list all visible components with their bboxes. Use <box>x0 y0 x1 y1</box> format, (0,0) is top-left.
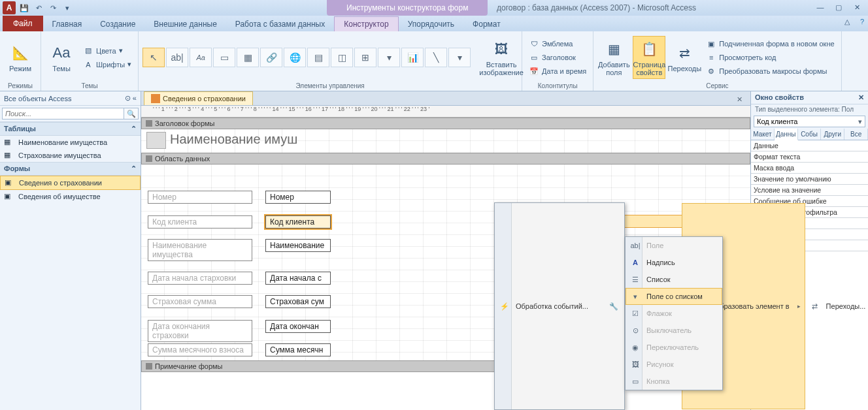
section-detail-bar[interactable]: Область данных <box>141 153 750 165</box>
nav-item-table[interactable]: ▦Наименование имущества <box>0 136 141 149</box>
property-sheet-button[interactable]: 📋Страница свойств <box>633 36 665 79</box>
close-tab-icon[interactable]: ✕ <box>733 94 746 105</box>
view-mode-button[interactable]: 📐 Режим <box>4 36 37 79</box>
fonts-button[interactable]: AШрифты ▾ <box>80 58 134 71</box>
prop-tab-all[interactable]: Все <box>844 129 868 140</box>
view-code-button[interactable]: ≡Просмотреть код <box>703 51 837 64</box>
convert-macros-button[interactable]: ⚙Преобразовать макросы формы <box>703 65 837 78</box>
field-label[interactable]: Номер <box>148 191 252 204</box>
file-tab[interactable]: Файл <box>3 16 43 31</box>
field-textbox[interactable]: Страховая сум <box>265 295 331 308</box>
tab-home[interactable]: Главная <box>43 17 92 31</box>
property-selector-combo[interactable]: Код клиента <box>754 116 865 127</box>
close-icon[interactable]: ✕ <box>848 1 865 13</box>
insert-image-button[interactable]: 🖼 Вставить изображение <box>485 36 518 79</box>
menu-tab-order[interactable]: ⇄Переходы... <box>805 203 868 409</box>
web-icon[interactable]: 🌐 <box>284 48 306 67</box>
line-icon[interactable]: ╲ <box>425 48 447 67</box>
controls-gallery[interactable]: ↖ ab| Aa ▭ ▦ 🔗 🌐 ▤ ◫ ⊞ ▾ 📊 ╲ ▾ <box>142 48 482 67</box>
tab-create[interactable]: Создание <box>91 17 144 31</box>
field-label[interactable]: Сумма месячного взноса <box>148 343 252 356</box>
help-icon[interactable]: ? <box>860 18 864 25</box>
hyperlink-icon[interactable]: 🔗 <box>260 48 282 67</box>
nav-header[interactable]: Все объекты Access ⊙ « <box>0 91 141 106</box>
field-textbox[interactable]: Наименование <box>265 239 331 252</box>
logo-button[interactable]: 🛡Эмблема <box>526 37 589 50</box>
tab-format[interactable]: Формат <box>463 17 510 31</box>
subform-button[interactable]: ▣Подчиненная форма в новом окне <box>703 37 837 50</box>
tab-arrange[interactable]: Упорядочить <box>399 17 463 31</box>
chart-icon[interactable]: 📊 <box>401 48 424 67</box>
submenu-toggle[interactable]: ⊙Выключатель <box>626 322 722 339</box>
option-group-icon[interactable]: ◫ <box>331 48 353 67</box>
field-textbox[interactable]: Номер <box>265 191 331 204</box>
minimize-icon[interactable]: — <box>812 1 829 13</box>
prop-row[interactable]: Значение по умолчанию <box>751 174 868 185</box>
field-label[interactable]: Дата начала старховки <box>148 272 252 285</box>
combo-icon[interactable]: ▾ <box>378 48 400 67</box>
themes-button[interactable]: Aa Темы <box>45 36 78 79</box>
nav-item-table[interactable]: ▦Страхование имущества <box>0 149 141 162</box>
maximize-icon[interactable]: ▢ <box>830 1 847 13</box>
tab-external[interactable]: Внешние данные <box>144 17 226 31</box>
colors-button[interactable]: ▧Цвета ▾ <box>80 44 134 57</box>
prop-tab-data[interactable]: Данны <box>775 129 798 140</box>
form-title-label[interactable]: Наименование имуш <box>170 132 297 147</box>
textbox-icon[interactable]: ab| <box>166 48 188 67</box>
button-icon[interactable]: ▭ <box>213 48 235 67</box>
submenu-button[interactable]: ▭Кнопка <box>626 373 722 390</box>
title-button[interactable]: ▭Заголовок <box>526 51 589 64</box>
menu-events[interactable]: ⚡Обработка событий... <box>495 203 604 409</box>
pagebreak-icon[interactable]: ⊞ <box>354 48 376 67</box>
field-label[interactable]: Код клиента <box>148 215 252 229</box>
prop-tab-format[interactable]: Макет <box>751 129 775 140</box>
nav-search-input[interactable] <box>2 108 124 119</box>
field-label[interactable]: Наименование имущества <box>148 239 252 261</box>
tab-dbtools[interactable]: Работа с базами данных <box>226 17 334 31</box>
submenu-textbox[interactable]: ab|Поле <box>626 237 722 254</box>
minimize-ribbon-icon[interactable]: △ <box>844 18 850 26</box>
nav-group-forms[interactable]: Формы⌃ <box>0 162 141 176</box>
search-icon[interactable]: 🔍 <box>124 108 139 119</box>
undo-icon[interactable]: ↶ <box>33 2 44 14</box>
tab-order-button[interactable]: ⇄Переходы <box>668 36 701 79</box>
nav-group-tables[interactable]: Таблицы⌃ <box>0 122 141 136</box>
tab-design[interactable]: Конструктор <box>334 16 398 31</box>
prop-row[interactable]: Данные <box>751 140 868 151</box>
submenu-option[interactable]: ◉Переключатель <box>626 339 722 356</box>
prop-tab-events[interactable]: Собы <box>798 129 822 140</box>
more-controls-icon[interactable]: ▾ <box>448 48 471 67</box>
designer-tab[interactable]: Сведения о страховании <box>144 91 253 105</box>
redo-icon[interactable]: ↷ <box>47 2 59 14</box>
nav-item-form[interactable]: ▣Сведения о страховании <box>0 176 141 190</box>
form-header-area[interactable]: Наименование имуш <box>141 129 750 153</box>
section-header-bar[interactable]: Заголовок формы <box>141 118 750 129</box>
field-label[interactable]: Дата окончания страховки <box>148 320 252 342</box>
submenu-label[interactable]: AНадпись <box>626 254 722 271</box>
prop-row[interactable]: Формат текста <box>751 151 868 163</box>
prop-row[interactable]: Условие на значение <box>751 185 868 196</box>
collapse-icon[interactable]: ⌃ <box>131 165 137 173</box>
submenu-combobox[interactable]: ▾Поле со списком <box>626 288 722 305</box>
nav-collapse-icon[interactable]: ⊙ « <box>125 94 137 102</box>
prop-row[interactable]: Маска ввода <box>751 163 868 174</box>
nav-item-form[interactable]: ▣Сведения об имуществе <box>0 190 141 203</box>
field-textbox[interactable]: Сумма месячн <box>265 343 331 356</box>
form-logo-placeholder[interactable] <box>146 132 166 149</box>
field-label[interactable]: Страховая сумма <box>148 295 252 308</box>
save-icon[interactable]: 💾 <box>18 2 30 14</box>
tab-control-icon[interactable]: ▦ <box>237 48 259 67</box>
prop-tab-other[interactable]: Други <box>821 129 844 140</box>
qat-dropdown-icon[interactable]: ▾ <box>61 2 73 14</box>
submenu-image[interactable]: 🖼Рисунок <box>626 356 722 373</box>
label-icon[interactable]: Aa <box>190 48 212 67</box>
field-textbox[interactable]: Дата окончан <box>265 320 331 333</box>
submenu-checkbox[interactable]: ☑Флажок <box>626 305 722 322</box>
collapse-icon[interactable]: ⌃ <box>131 125 137 133</box>
select-tool-icon[interactable]: ↖ <box>142 48 165 67</box>
datetime-button[interactable]: 📅Дата и время <box>526 65 589 78</box>
field-textbox-selected[interactable]: Код клиента <box>265 215 331 229</box>
add-fields-button[interactable]: ▦Добавить поля <box>597 36 630 79</box>
field-textbox[interactable]: Дата начала с <box>265 272 331 285</box>
submenu-listbox[interactable]: ☰Список <box>626 271 722 288</box>
